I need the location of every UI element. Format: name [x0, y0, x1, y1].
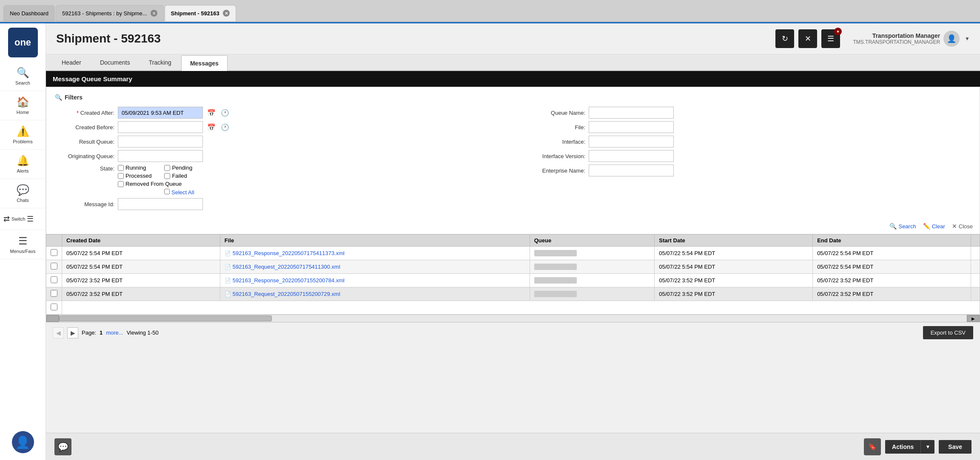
tab-close-icon[interactable]: ✕ — [151, 10, 157, 17]
export-csv-button[interactable]: Export to CSV — [923, 326, 973, 339]
state-pending-checkbox[interactable] — [164, 165, 170, 171]
h-scroll-thumb[interactable] — [59, 315, 272, 321]
row-checkbox[interactable] — [51, 276, 57, 283]
viewing-label: Viewing 1-50 — [127, 329, 159, 336]
prev-page-button[interactable]: ◀ — [53, 327, 64, 338]
created-after-input[interactable] — [118, 107, 203, 119]
originating-queue-input[interactable] — [118, 150, 203, 162]
data-table-section: Created Date File Queue Start Date End D… — [46, 234, 980, 322]
notification-badge: ★ — [834, 28, 842, 35]
tab-neo-dashboard[interactable]: Neo Dashboard — [3, 5, 55, 21]
close-button[interactable]: ✕ — [798, 29, 817, 48]
eraser-icon: ✏️ — [923, 223, 930, 230]
table-row: 05/07/22 3:52 PM EDT 📄 592163_Response_2… — [46, 274, 980, 287]
calendar-icon[interactable]: 📅 — [206, 122, 217, 132]
mqs-header: Message Queue Summary — [46, 71, 980, 87]
calendar-icon[interactable]: 📅 — [206, 108, 217, 118]
clear-filter-button[interactable]: ✏️ Clear — [923, 223, 945, 230]
table-row: 05/07/22 3:52 PM EDT 📄 592163_Request_20… — [46, 287, 980, 301]
file-input[interactable] — [589, 121, 674, 133]
enterprise-name-input[interactable] — [589, 165, 674, 176]
search-filter-button[interactable]: 🔍 Search — [889, 223, 916, 230]
interface-input[interactable] — [589, 136, 674, 148]
sidebar-label: Menus/Favs — [10, 249, 36, 254]
file-cell[interactable]: 📄 592163_Request_20220507155200729.xml — [220, 287, 530, 301]
sidebar-item-search[interactable]: 🔍 Search — [0, 62, 46, 91]
actions-caret-icon[interactable]: ▼ — [920, 440, 934, 453]
interface-label: Interface: — [526, 139, 585, 145]
col-start-date: Start Date — [655, 235, 813, 247]
created-before-input[interactable] — [118, 121, 203, 133]
table-row-empty — [46, 301, 980, 315]
tab-tracking[interactable]: Tracking — [140, 54, 180, 70]
file-cell[interactable]: 📄 592163_Request_20220507175411300.xml — [220, 260, 530, 274]
refresh-button[interactable]: ↻ — [775, 29, 794, 48]
bell-icon: 🔔 — [17, 155, 29, 167]
file-icon: 📄 — [225, 250, 231, 256]
logo[interactable]: one — [8, 28, 38, 57]
file-icon: 📄 — [225, 291, 231, 297]
avatar: 👤 — [12, 431, 34, 453]
save-button[interactable]: Save — [939, 440, 971, 454]
logo-text: one — [14, 37, 31, 48]
file-cell[interactable]: 📄 592163_Response_20220507155200784.xml — [220, 274, 530, 287]
tab-label: Neo Dashboard — [10, 10, 48, 17]
state-running-checkbox[interactable] — [118, 165, 124, 171]
interface-version-input[interactable] — [589, 150, 674, 162]
result-queue-input[interactable] — [118, 136, 203, 148]
sidebar-item-switch[interactable]: ⇄ Switch ☰ — [0, 208, 46, 230]
message-queue-table: Created Date File Queue Start Date End D… — [46, 234, 980, 315]
tab-close-icon[interactable]: ✕ — [223, 10, 230, 17]
state-removed-checkbox[interactable] — [118, 181, 124, 187]
col-queue: Queue — [530, 235, 655, 247]
row-checkbox[interactable] — [51, 249, 57, 256]
state-processed-checkbox[interactable] — [118, 173, 124, 179]
next-page-button[interactable]: ▶ — [67, 327, 78, 338]
sidebar-item-alerts[interactable]: 🔔 Alerts — [0, 150, 46, 179]
tab-shipment-592163[interactable]: Shipment - 592163 ✕ — [165, 5, 236, 21]
close-filter-button[interactable]: ✕ Close — [952, 223, 973, 230]
page-tabs: Header Documents Tracking Messages — [46, 54, 980, 71]
avatar: 👤 — [943, 31, 960, 47]
queue-cell — [530, 287, 655, 301]
end-date-cell: 05/07/22 3:52 PM EDT — [813, 287, 971, 301]
sidebar-item-chats[interactable]: 💬 Chats — [0, 179, 46, 208]
bookmark-button[interactable]: 🔖 — [864, 438, 881, 455]
actions-dropdown[interactable]: Actions ▼ — [885, 440, 934, 454]
row-checkbox[interactable] — [51, 290, 57, 297]
pagination-bar: ◀ ▶ Page: 1 more... Viewing 1-50 Export … — [46, 322, 980, 343]
state-failed-checkbox[interactable] — [164, 173, 170, 179]
tab-shipments[interactable]: 592163 - Shipments : by Shipme... ✕ — [56, 5, 163, 21]
queue-name-input[interactable] — [589, 107, 674, 119]
dropdown-arrow-icon[interactable]: ▼ — [965, 36, 970, 42]
tab-header[interactable]: Header — [53, 54, 90, 70]
select-all-checkbox[interactable] — [164, 189, 170, 194]
tab-documents[interactable]: Documents — [91, 54, 139, 70]
chat-icon: 💬 — [17, 184, 29, 196]
file-cell[interactable]: 📄 592163_Response_20220507175411373.xml — [220, 247, 530, 260]
chat-button[interactable]: 💬 — [54, 438, 71, 455]
select-all-link[interactable]: Select All — [171, 189, 194, 196]
clock-icon[interactable]: 🕐 — [220, 108, 230, 118]
search-icon: 🔍 — [17, 67, 29, 79]
browser-bar: Neo Dashboard 592163 - Shipments : by Sh… — [0, 0, 980, 22]
bottom-bar: 💬 🔖 Actions ▼ Save — [46, 433, 980, 460]
state-failed-label: Failed — [172, 173, 187, 179]
row-checkbox[interactable] — [51, 304, 57, 310]
horizontal-scrollbar[interactable]: ▶ — [46, 315, 980, 322]
sidebar-label: Switch — [11, 216, 25, 221]
sidebar-item-home[interactable]: 🏠 Home — [0, 91, 46, 120]
sidebar-item-menus[interactable]: ☰ Menus/Favs — [0, 230, 46, 259]
sidebar-item-user-avatar[interactable]: 👤 — [12, 424, 34, 460]
clock-icon[interactable]: 🕐 — [220, 122, 230, 132]
page-title: Shipment - 592163 — [56, 32, 161, 45]
sidebar-label: Chats — [17, 198, 29, 203]
message-id-input[interactable] — [118, 198, 203, 210]
page-more[interactable]: more... — [106, 329, 123, 336]
tab-messages[interactable]: Messages — [181, 55, 228, 71]
user-name: Transportation Manager — [853, 32, 940, 39]
queue-cell — [530, 274, 655, 287]
row-checkbox[interactable] — [51, 263, 57, 270]
sidebar-item-problems[interactable]: ⚠️ Problems — [0, 120, 46, 150]
table-row: 05/07/22 5:54 PM EDT 📄 592163_Request_20… — [46, 260, 980, 274]
